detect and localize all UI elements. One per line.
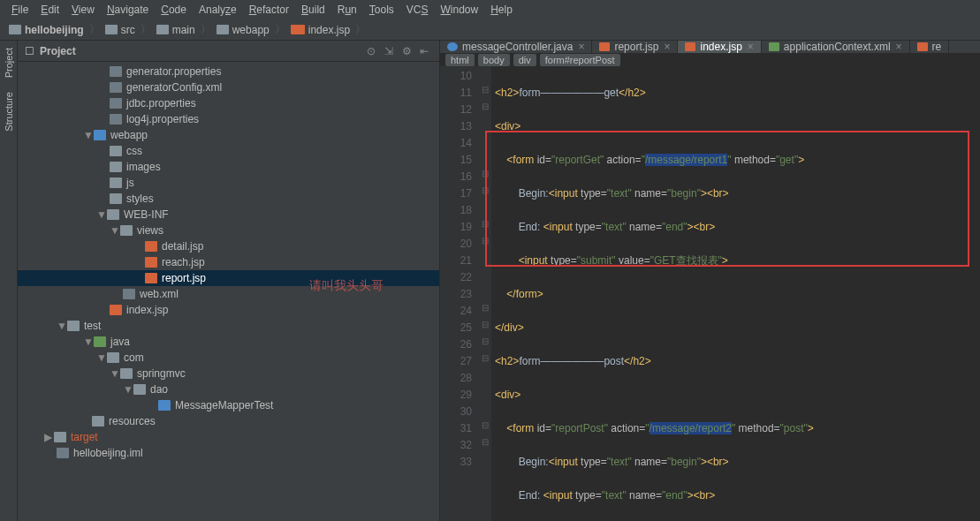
crumb-project[interactable]: hellobeijing	[5, 24, 87, 36]
jsp-icon	[145, 273, 157, 283]
file-icon	[110, 114, 122, 125]
folder-icon	[94, 130, 106, 140]
menu-run[interactable]: Run	[331, 4, 363, 16]
scroll-from-source-icon[interactable]: ⊙	[367, 45, 379, 57]
tree-node[interactable]: ▶target	[18, 429, 439, 445]
close-icon[interactable]: ×	[664, 41, 670, 53]
left-rail: Project Structure	[0, 41, 18, 521]
chevron-down-icon[interactable]: ▼	[123, 383, 132, 396]
tree-node[interactable]: ▼webapp	[18, 127, 439, 143]
gear-icon[interactable]: ⚙	[402, 45, 414, 57]
menu-file[interactable]: File	[5, 4, 34, 16]
menu-help[interactable]: Help	[484, 4, 519, 16]
menu-window[interactable]: Window	[434, 4, 484, 16]
jsp-icon	[110, 305, 122, 315]
chevron-down-icon[interactable]: ▼	[110, 367, 118, 380]
jsp-icon	[599, 42, 610, 51]
tree-node[interactable]: jdbc.properties	[18, 95, 439, 111]
tree-node[interactable]: resources	[18, 413, 439, 429]
code-area[interactable]: 1011121314151617181920212223242526272829…	[440, 66, 980, 521]
close-icon[interactable]: ×	[896, 41, 902, 53]
xml-icon	[123, 289, 135, 299]
tree-node[interactable]: images	[18, 159, 439, 175]
menu-code[interactable]: Code	[155, 4, 193, 16]
crumb-src[interactable]: src	[102, 24, 139, 36]
menu-edit[interactable]: Edit	[34, 4, 65, 16]
tree-node[interactable]: ▼WEB-INF	[18, 207, 439, 223]
crumb-file[interactable]: index.jsp	[287, 24, 353, 36]
folder-icon	[9, 25, 21, 34]
tab-report[interactable]: report.jsp×	[592, 41, 678, 53]
tree-node[interactable]: styles	[18, 191, 439, 207]
tree-node[interactable]: log4j.properties	[18, 111, 439, 127]
tree-node[interactable]: ▼dao	[18, 381, 439, 397]
tree-node[interactable]: ▼java	[18, 334, 439, 350]
tab-appcontext[interactable]: applicationContext.xml×	[762, 41, 910, 53]
chevron-down-icon[interactable]: ▼	[83, 336, 92, 348]
tree-node[interactable]: index.jsp	[18, 302, 439, 318]
folder-icon	[217, 25, 229, 34]
bc-html[interactable]: html	[445, 54, 475, 66]
code-editor[interactable]: <h2>form——————get</h2> <div> <form id="r…	[491, 66, 980, 521]
chevron-down-icon[interactable]: ▼	[110, 224, 118, 237]
folder-icon	[94, 336, 106, 347]
menu-navigate[interactable]: Navigate	[101, 4, 155, 16]
class-icon	[158, 400, 171, 411]
tree-node[interactable]: ▼test	[18, 318, 439, 334]
jsp-icon	[685, 42, 695, 51]
close-icon[interactable]: ×	[748, 41, 754, 53]
tab-index[interactable]: index.jsp×	[678, 41, 761, 53]
jsp-icon	[145, 257, 157, 268]
chevron-down-icon[interactable]: ▼	[57, 320, 65, 332]
tree-node[interactable]: generator.properties	[18, 64, 439, 79]
nav-breadcrumb: hellobeijing 〉 src 〉 main 〉 webapp 〉 ind…	[0, 19, 980, 41]
bc-body[interactable]: body	[478, 54, 510, 66]
tree-node[interactable]: generatorConfig.xml	[18, 79, 439, 95]
editor-tabs: messageController.java× report.jsp× inde…	[440, 41, 980, 54]
watermark: 请叫我头头哥	[309, 278, 384, 294]
menu-analyze[interactable]: Analyze	[193, 4, 243, 16]
menu-tools[interactable]: Tools	[363, 4, 400, 16]
tree-node[interactable]: reach.jsp	[18, 254, 439, 270]
chevron-right-icon: 〉	[201, 22, 211, 37]
menu-refactor[interactable]: Refactor	[243, 4, 295, 16]
tree-node[interactable]: ▼com	[18, 350, 439, 366]
menu-build[interactable]: Build	[295, 4, 331, 16]
folder-icon	[110, 177, 122, 188]
project-view-icon[interactable]: ☐	[25, 45, 34, 57]
folder-icon	[105, 25, 118, 34]
tree-node[interactable]: MessageMapperTest	[18, 397, 439, 413]
tree-node[interactable]: css	[18, 143, 439, 159]
folder-icon	[107, 352, 119, 363]
tab-messagecontroller[interactable]: messageController.java×	[440, 41, 592, 53]
tab-re[interactable]: re	[910, 41, 950, 53]
chevron-right-icon[interactable]: ▶	[43, 431, 52, 443]
jsp-icon	[917, 42, 928, 51]
rail-structure[interactable]: Structure	[2, 85, 16, 139]
folder-icon	[110, 162, 122, 172]
close-icon[interactable]: ×	[578, 41, 584, 53]
tree-node[interactable]: ▼springmvc	[18, 366, 439, 381]
folder-icon	[156, 25, 169, 34]
collapse-all-icon[interactable]: ⇲	[384, 45, 397, 57]
tree-node[interactable]: hellobeijing.iml	[18, 445, 439, 461]
folder-icon	[120, 225, 133, 236]
crumb-main[interactable]: main	[153, 24, 199, 36]
menu-view[interactable]: View	[65, 4, 101, 16]
bc-form[interactable]: form#reportPost	[540, 54, 620, 66]
chevron-down-icon[interactable]: ▼	[96, 351, 105, 364]
chevron-down-icon[interactable]: ▼	[83, 129, 92, 141]
folder-icon	[110, 193, 122, 204]
hide-icon[interactable]: ⇤	[420, 45, 432, 57]
tree-node[interactable]: ▼views	[18, 223, 439, 238]
rail-project[interactable]: Project	[2, 41, 16, 85]
tree-node[interactable]: js	[18, 175, 439, 191]
tree-node[interactable]: detail.jsp	[18, 238, 439, 254]
chevron-right-icon: 〉	[275, 22, 285, 37]
bc-div[interactable]: div	[513, 54, 536, 66]
crumb-webapp[interactable]: webapp	[213, 24, 273, 36]
xml-icon	[769, 42, 779, 51]
menu-vcs[interactable]: VCS	[400, 4, 435, 16]
class-icon	[447, 42, 458, 51]
chevron-down-icon[interactable]: ▼	[96, 208, 105, 221]
